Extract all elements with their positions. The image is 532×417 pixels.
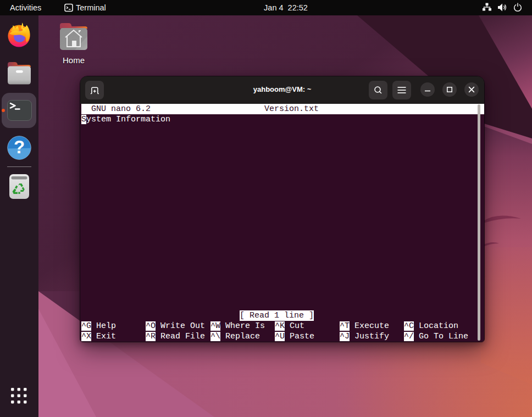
svg-text:?: ?	[14, 137, 25, 157]
